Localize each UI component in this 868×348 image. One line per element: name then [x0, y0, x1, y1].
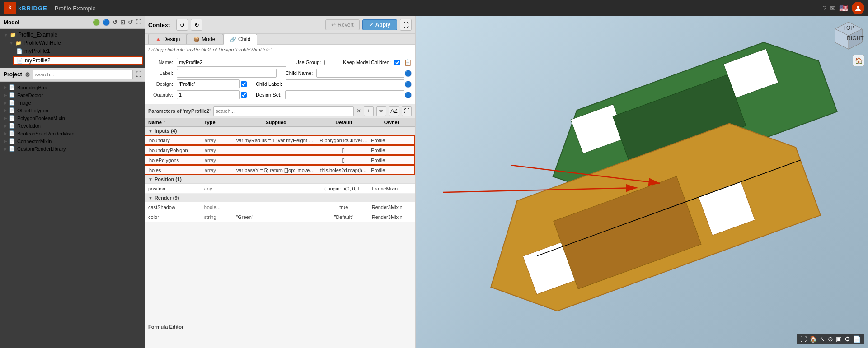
list-item[interactable]: ▶ 📄 CustomRenderLibrary	[0, 145, 145, 153]
tree-item-myprofile1[interactable]: 📄 myProfile1	[13, 47, 143, 55]
child-label-input[interactable]	[286, 79, 404, 88]
col-supplied[interactable]: Supplied	[236, 120, 316, 125]
list-item[interactable]: ▶ 📄 BooleanSolidRenderMixin	[0, 130, 145, 137]
quantity-input[interactable]	[177, 90, 240, 99]
quantity-label: Quantity:	[148, 92, 173, 97]
project-title: Project	[4, 71, 22, 78]
logo-icon: k	[4, 2, 16, 14]
apply-button[interactable]: ✓ Apply	[362, 19, 397, 30]
vp-box-icon[interactable]: ▣	[836, 335, 842, 343]
params-expand-button[interactable]: ⛶	[402, 106, 412, 116]
params-body: ▼ Inputs (4) boundary array var myRadius…	[145, 127, 415, 321]
model-icon-2[interactable]: 🔵	[103, 19, 110, 26]
list-item[interactable]: ▶ 📄 FaceDoctor	[0, 91, 145, 99]
model-icon-4[interactable]: ⊡	[120, 19, 125, 26]
model-icon-1[interactable]: 🟢	[93, 19, 100, 26]
col-type[interactable]: Type	[204, 120, 236, 125]
context-toolbar: Context ↺ ↻ ↩ Revert ✓ Apply ⛶	[145, 16, 415, 34]
child-name-input[interactable]	[316, 69, 404, 78]
tab-design-label: Design	[163, 36, 180, 42]
table-row[interactable]: boundaryPolygon array [] Profile	[145, 145, 415, 155]
vp-home-icon[interactable]: 🏠	[809, 335, 817, 343]
apply-label: Apply	[375, 22, 390, 28]
table-row[interactable]: boundary array var myRadius = 1; var myH…	[145, 135, 415, 145]
params-edit-button[interactable]: ✏	[376, 106, 386, 116]
tab-model[interactable]: 📦 Model	[187, 34, 223, 44]
design-set-input[interactable]	[285, 90, 404, 99]
redo-button[interactable]: ↻	[191, 19, 202, 31]
table-row[interactable]: holePolygons array [] Profile	[145, 155, 415, 165]
tree-item-myprofile2[interactable]: 📄	[13, 56, 143, 65]
viewport-home-icon[interactable]: 🏠	[853, 55, 864, 66]
viewport-top-toolbar: TOP RIGHT 🏠	[833, 20, 864, 66]
tree-item-myprofile2-input[interactable]	[25, 57, 141, 64]
list-item[interactable]: ▶ 📄 Revolution	[0, 122, 145, 130]
table-row[interactable]: castShadow boole... true Render3Mixin	[145, 202, 415, 212]
model-icon-3[interactable]: ↺	[113, 19, 117, 26]
copy-icon[interactable]: 📋	[404, 59, 412, 66]
nav-cube[interactable]: TOP RIGHT	[833, 20, 864, 53]
tab-child[interactable]: 🔗 Child	[223, 34, 257, 45]
list-item[interactable]: ▶ 📄 ConnectorMixin	[0, 137, 145, 145]
table-row[interactable]: position any { origin: p(0, 0, t... Fram…	[145, 184, 415, 194]
vp-export-icon[interactable]: 📄	[853, 335, 861, 343]
list-item[interactable]: ▶ 📄 BoundingBox	[0, 84, 145, 91]
form-row-name: Name: Use Group: Keep Model Children: 📋	[148, 58, 412, 67]
params-add-button[interactable]: +	[364, 106, 374, 116]
params-table-header: Name ↑ Type Supplied Default Owner	[145, 118, 415, 127]
tab-design[interactable]: 🔺 Design	[148, 34, 187, 44]
quantity-checkbox[interactable]	[241, 92, 247, 98]
vp-fullscreen-icon[interactable]: ⛶	[800, 335, 807, 343]
model-expand-icon[interactable]: ⛶	[136, 19, 141, 26]
expand-context-button[interactable]: ⛶	[400, 19, 412, 31]
model-header-icons: 🟢 🔵 ↺ ⊡ ↺ ⛶	[93, 19, 141, 26]
vp-settings-icon[interactable]: ⚙	[845, 335, 850, 343]
project-header: Project ⚙ ⛶	[0, 68, 145, 82]
help-icon[interactable]: ?	[823, 5, 826, 12]
model-tree: ▼ 📁 Profile_Example ▼ 📁 ProfileWithHole	[0, 29, 145, 68]
child-name-icon[interactable]: 🔵	[404, 70, 412, 77]
group-position[interactable]: ▼ Position (1)	[145, 175, 415, 184]
list-item[interactable]: ▶ 📄 OffsetPolygon	[0, 107, 145, 114]
app-logo[interactable]: k kBRiDGE	[4, 2, 47, 14]
mail-icon[interactable]: ✉	[830, 5, 835, 12]
design-checkbox[interactable]	[241, 81, 247, 87]
flag-icon[interactable]: 🇺🇸	[839, 4, 848, 13]
context-panel: Context ↺ ↻ ↩ Revert ✓ Apply ⛶ 🔺 Design …	[145, 16, 416, 348]
col-name[interactable]: Name ↑	[148, 120, 204, 125]
user-avatar[interactable]	[852, 2, 864, 14]
col-default[interactable]: Default	[316, 120, 372, 125]
name-input[interactable]	[177, 58, 286, 67]
design-set-icon[interactable]: 🔵	[404, 92, 412, 98]
project-search-input[interactable]	[33, 70, 133, 79]
context-form: Name: Use Group: Keep Model Children: 📋 …	[145, 55, 415, 104]
group-inputs[interactable]: ▼ Inputs (4)	[145, 127, 415, 135]
list-item[interactable]: ▶ 📄 PolygonBooleanMixin	[0, 114, 145, 122]
group-render[interactable]: ▼ Render (9)	[145, 194, 415, 202]
col-owner[interactable]: Owner	[372, 120, 412, 125]
vp-orbit-icon[interactable]: ⊙	[828, 335, 833, 343]
design-input[interactable]	[177, 79, 240, 88]
child-label-icon[interactable]: 🔵	[404, 81, 412, 88]
tree-item-profile-example[interactable]: ▼ 📁 Profile_Example	[2, 31, 143, 39]
params-search-input[interactable]	[213, 106, 354, 116]
editing-note-bar: Editing child rule 'myProfile2' of Desig…	[145, 45, 415, 55]
main-area: Model 🟢 🔵 ↺ ⊡ ↺ ⛶ ▼ 📁 Profile_Example	[0, 16, 868, 348]
revert-button[interactable]: ↩ Revert	[325, 19, 359, 30]
child-name-label: Child Name:	[286, 70, 313, 76]
undo-button[interactable]: ↺	[176, 19, 188, 31]
left-panels: Model 🟢 🔵 ↺ ⊡ ↺ ⛶ ▼ 📁 Profile_Example	[0, 16, 145, 348]
list-item[interactable]: ▶ 📄 Image	[0, 99, 145, 107]
project-settings-icon[interactable]: ⚙	[25, 71, 30, 78]
table-row[interactable]: holes array var baseY = 5; return [[[op:…	[145, 165, 415, 175]
label-input[interactable]	[177, 69, 277, 78]
model-icon-5[interactable]: ↺	[128, 19, 133, 26]
keep-model-children-checkbox[interactable]	[394, 60, 400, 65]
tree-item-profilewithhole[interactable]: ▼ 📁 ProfileWithHole	[7, 39, 143, 47]
use-group-checkbox[interactable]	[324, 60, 330, 65]
table-row[interactable]: color string "Green" "Default" Render3Mi…	[145, 212, 415, 222]
params-clear-button[interactable]: ✕	[357, 108, 361, 114]
project-expand-icon[interactable]: ⛶	[136, 71, 141, 78]
params-sort-button[interactable]: AZ	[389, 106, 399, 116]
vp-cursor-icon[interactable]: ↖	[820, 335, 825, 343]
